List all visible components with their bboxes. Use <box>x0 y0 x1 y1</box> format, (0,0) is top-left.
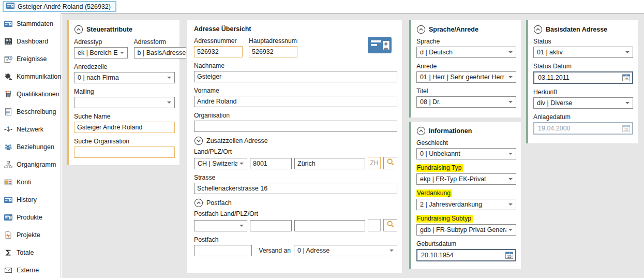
geschlecht-select[interactable]: 0 | Unbekannt <box>416 148 516 159</box>
sidebar-item-qualifikationen[interactable]: Qualifikationen <box>0 85 61 103</box>
sidebar-item-stammdaten[interactable]: Stammdaten <box>0 15 61 33</box>
sidebar-item-label: History <box>17 196 37 203</box>
sidebar-item-label: Beziehungen <box>17 143 54 151</box>
collapse-button[interactable] <box>194 198 203 208</box>
chevron-down-icon <box>120 52 124 54</box>
vorname-input[interactable] <box>194 96 397 107</box>
panel-basisdaten-adresse: Basisdaten Adresse Status 01 | aktiv Sta… <box>526 20 638 144</box>
postfach-plz-input[interactable] <box>250 220 292 231</box>
suche-organisation-input[interactable] <box>74 147 175 158</box>
chevron-down-icon <box>390 250 394 252</box>
document-lines-icon <box>4 108 12 116</box>
geburtsdatum-input[interactable] <box>420 251 504 259</box>
account-card-icon <box>4 178 12 186</box>
envelope-icon <box>4 266 12 274</box>
postfach-search-button[interactable] <box>383 219 397 231</box>
sidebar-item-ereignisse[interactable]: Ereignisse <box>0 50 61 68</box>
project-pulse-icon <box>4 231 12 239</box>
postfach-ort-input[interactable] <box>294 220 365 231</box>
sidebar-item-history[interactable]: History <box>0 191 61 209</box>
verdankung-select[interactable]: 2 | Jahresverdankung <box>416 199 516 210</box>
sprache-select[interactable]: d | Deutsch <box>416 47 516 58</box>
address-search-button[interactable] <box>383 157 397 169</box>
postfach-land-select[interactable] <box>194 220 247 231</box>
vorname-label: Vorname <box>194 87 397 94</box>
titel-label: Titel <box>416 87 516 95</box>
sidebar-item-label: Qualifikationen <box>17 91 59 98</box>
suche-name-input[interactable] <box>74 122 175 133</box>
status-datum-input[interactable] <box>537 74 621 82</box>
chevron-down-icon <box>167 77 171 79</box>
fundraising-typ-label: Fundraising Typ <box>416 164 516 172</box>
chevron-down-icon <box>625 51 630 53</box>
calendar-picker-button[interactable]: 15 <box>504 251 514 260</box>
sidebar-item-produkte[interactable]: Produkte <box>0 209 61 226</box>
panel-accent-bar <box>409 122 411 269</box>
adresstyp-label: Adresstyp <box>74 38 128 46</box>
titel-select[interactable]: 08 | Dr. <box>416 96 516 108</box>
fundraising-subtyp-select[interactable]: gdb | FR-Subtyp Privat General dc <box>416 224 516 236</box>
sidebar-item-projekte[interactable]: Projekte <box>0 226 61 244</box>
sidebar-item-organigramm[interactable]: Organigramm <box>0 156 61 173</box>
sidebar-item-dashboard[interactable]: Dashboard <box>0 33 61 50</box>
chevron-down-icon <box>625 102 630 104</box>
adressnummer-input[interactable] <box>194 46 243 57</box>
collapse-button[interactable] <box>416 126 426 136</box>
svg-text:15: 15 <box>507 254 511 259</box>
chevron-down-icon <box>239 163 244 165</box>
expand-button[interactable] <box>194 136 203 145</box>
adresstyp-select[interactable]: ek | Bereich E <box>74 47 128 58</box>
sidebar-item-beziehungen[interactable]: Beziehungen <box>0 138 61 156</box>
sidebar-item-label: Externe <box>17 267 39 274</box>
sidebar-item-netzwerk[interactable]: Netzwerk <box>0 121 61 138</box>
strasse-label: Strasse <box>194 174 397 181</box>
anrede-select[interactable]: 01 | Herr | Sehr geehrter Herr <box>416 71 516 83</box>
status-datum-label: Status Datum <box>533 63 633 70</box>
sidebar-item-externe[interactable]: Externe <box>0 261 61 278</box>
mailing-select[interactable] <box>74 97 175 108</box>
versand-an-select[interactable]: 0 | Adresse <box>294 245 397 256</box>
sidebar-item-label: Totale <box>17 249 34 256</box>
sidebar-item-konti[interactable]: Konti <box>0 173 61 191</box>
collapse-button[interactable] <box>74 25 83 34</box>
postfach-land-plz-ort-label: Postfach Land/PLZ/Ort <box>194 210 397 217</box>
sidebar-item-kommunikation[interactable]: Kommunikation <box>0 68 61 85</box>
versand-an-label: Versand an <box>259 247 291 256</box>
collapse-button[interactable] <box>416 25 426 34</box>
land-select[interactable]: CH | Switzerland <box>194 158 247 169</box>
calendar-picker-button[interactable]: 15 <box>621 73 631 82</box>
sidebar-item-totale[interactable]: Totale <box>0 244 61 261</box>
kanton-field: ZH <box>368 157 381 169</box>
chevron-down-icon <box>508 153 513 155</box>
anredezeile-select[interactable]: 0 | nach Firma <box>74 72 175 83</box>
app-window: Gsteiger André Roland (526932) Stammdate… <box>0 0 644 278</box>
sidebar-item-beschreibung[interactable]: Beschreibung <box>0 103 61 121</box>
nachname-input[interactable] <box>194 71 397 82</box>
org-chart-icon <box>4 160 12 169</box>
calendar-clock-icon <box>4 55 12 63</box>
plz-input[interactable] <box>250 158 292 169</box>
ort-input[interactable] <box>294 158 365 169</box>
fundraising-typ-select[interactable]: ekp | FR-Typ EK-Privat <box>416 173 516 185</box>
panel-title: Sprache/Anrede <box>429 26 478 33</box>
organisation-input[interactable] <box>194 121 397 132</box>
contact-card-icon <box>367 35 392 57</box>
postfach-input[interactable] <box>194 245 252 256</box>
panel-title: Informationen <box>429 127 472 135</box>
panel-accent-bar <box>526 20 528 143</box>
svg-text:15: 15 <box>624 77 628 81</box>
contact-card-icon <box>4 213 12 222</box>
search-icon <box>386 220 395 230</box>
herkunft-select[interactable]: div | Diverse <box>533 97 633 109</box>
tab-address-record[interactable]: Gsteiger André Roland (526932) <box>3 1 116 12</box>
hauptadressnummer-input[interactable] <box>249 46 297 57</box>
status-select[interactable]: 01 | aktiv <box>533 47 633 58</box>
strasse-input[interactable] <box>194 183 397 194</box>
tab-bar: Gsteiger André Roland (526932) <box>0 0 644 13</box>
panel-accent-bar <box>409 20 411 118</box>
chevron-down-icon <box>508 51 513 53</box>
chevron-down-icon <box>508 101 513 103</box>
tab-title: Gsteiger André Roland (526932) <box>18 3 111 10</box>
hauptadressnummer-label: Hauptadressnummer <box>249 37 297 45</box>
collapse-button[interactable] <box>533 25 543 34</box>
